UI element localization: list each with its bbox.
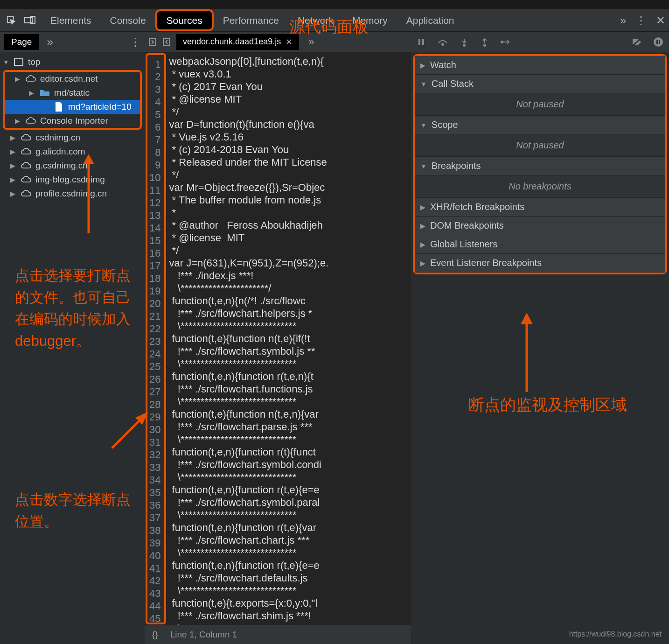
chevron-icon: ▶ <box>420 241 425 248</box>
debugger-controls <box>411 32 669 52</box>
cloud-icon <box>21 161 32 170</box>
annotation-right: 断点的监视及控制区域 <box>468 392 627 417</box>
svg-rect-15 <box>659 40 660 44</box>
svg-point-8 <box>442 43 444 45</box>
annotation-2: 点击数字选择断点位置。 <box>15 489 145 532</box>
step-icon[interactable] <box>501 37 512 47</box>
file-tab-name: vendor.chunk.daad1ea9.js <box>183 37 281 47</box>
chevron-icon: ▶ <box>420 203 425 211</box>
pause-exceptions-icon[interactable] <box>653 37 663 47</box>
nav-menu-icon[interactable]: ⋮ <box>130 35 141 49</box>
page-tab[interactable]: Page <box>4 34 39 50</box>
frame-icon <box>13 57 24 67</box>
tree-item[interactable]: ▶profile.csdnimg.cn <box>0 187 145 201</box>
tree-item[interactable]: ▶csdnimg.cn <box>0 131 145 145</box>
more-tabs-icon[interactable]: » <box>620 14 626 27</box>
format-icon[interactable]: {} <box>152 630 158 640</box>
chevron-icon: ▼ <box>420 121 427 129</box>
arrow-up2-icon <box>79 154 98 233</box>
folder-icon <box>39 88 50 98</box>
cloud-icon <box>25 116 36 126</box>
inspect-icon[interactable] <box>4 13 19 28</box>
tab-sources[interactable]: Sources <box>155 9 214 31</box>
cursor-position: Line 1, Column 1 <box>170 630 237 640</box>
svg-point-9 <box>463 44 465 46</box>
pane-xhr-fetch-breakpoints[interactable]: ▶XHR/fetch Breakpoints <box>415 198 665 217</box>
svg-rect-14 <box>656 40 658 44</box>
svg-rect-7 <box>422 39 424 45</box>
tree-item[interactable]: ▶editor.csdn.net <box>5 72 140 86</box>
step-out-icon[interactable] <box>480 37 489 47</box>
annotation-top: 源代码面板 <box>289 16 369 38</box>
chevron-icon: ▶ <box>420 259 425 267</box>
chevron-icon: ▼ <box>420 80 427 88</box>
cloud-icon <box>21 175 32 184</box>
pane-call-stack[interactable]: ▼Call Stack <box>415 75 665 93</box>
svg-rect-6 <box>418 39 420 45</box>
annotation-1: 点击选择要打断点的文件。也可自己在编码的时候加入debugger。 <box>15 265 136 352</box>
pane-scope[interactable]: ▼Scope <box>415 116 665 134</box>
tree-root[interactable]: ▼top <box>0 55 145 69</box>
svg-point-11 <box>501 41 503 43</box>
svg-point-13 <box>654 37 663 47</box>
pane-watch[interactable]: ▶Watch <box>415 56 665 75</box>
file-tree: ▼top▶editor.csdn.net▶md/staticmd?article… <box>0 52 145 203</box>
close-devtools-icon[interactable]: ✕ <box>656 14 665 27</box>
tree-item[interactable]: ▶md/static <box>5 86 140 100</box>
editor-panel: vendor.chunk.daad1ea9.js ✕ » 12345678910… <box>145 32 411 644</box>
step-over-icon[interactable] <box>437 37 448 47</box>
svg-rect-5 <box>163 39 170 45</box>
arrow-up-icon <box>515 313 538 392</box>
deactivate-bp-icon[interactable] <box>632 37 642 47</box>
close-tab-icon[interactable]: ✕ <box>286 37 293 47</box>
cloud-icon <box>25 74 36 84</box>
pane-dom-breakpoints[interactable]: ▶DOM Breakpoints <box>415 217 665 235</box>
status-bar: {} Line 1, Column 1 <box>145 625 411 644</box>
pane-breakpoints[interactable]: ▼Breakpoints <box>415 157 665 175</box>
file-tab[interactable]: vendor.chunk.daad1ea9.js ✕ <box>176 34 299 50</box>
cloud-icon <box>21 189 32 198</box>
pane-body: No breakpoints <box>415 175 665 198</box>
cloud-icon <box>21 133 32 142</box>
svg-rect-4 <box>149 39 156 45</box>
tree-item[interactable]: ▶g.alicdn.com <box>0 145 145 159</box>
svg-point-10 <box>484 44 486 46</box>
tree-item[interactable]: ▶img-blog.csdnimg <box>0 173 145 187</box>
step-into-icon[interactable] <box>460 37 469 47</box>
more-nav-icon[interactable]: » <box>47 35 53 49</box>
watermark: https://wudi98.blog.csdn.net <box>569 630 662 638</box>
settings-icon[interactable]: ⋮ <box>635 14 647 27</box>
tab-console[interactable]: Console <box>101 9 155 31</box>
chevron-icon: ▶ <box>420 222 425 230</box>
pause-icon[interactable] <box>417 37 426 47</box>
svg-rect-3 <box>14 59 23 65</box>
chevron-icon: ▶ <box>420 62 425 69</box>
chevron-icon: ▼ <box>420 162 427 170</box>
tab-elements[interactable]: Elements <box>41 9 101 31</box>
file-icon <box>53 102 64 112</box>
navigator-panel: Page » ⋮ ▼top▶editor.csdn.net▶md/staticm… <box>0 32 145 644</box>
debugger-panel: ▶Watch▼Call StackNot paused▼ScopeNot pau… <box>411 32 669 644</box>
tree-item[interactable]: md?articleId=10 <box>5 100 140 114</box>
nav-fwd-icon[interactable] <box>162 38 171 46</box>
tree-item[interactable]: ▶Console Importer <box>5 114 140 128</box>
line-gutter[interactable]: 1234567891011121314151617181920212223242… <box>146 53 166 624</box>
pane-global-listeners[interactable]: ▶Global Listeners <box>415 235 665 254</box>
device-icon[interactable] <box>22 13 37 28</box>
debugger-panes: ▶Watch▼Call StackNot paused▼ScopeNot pau… <box>413 54 667 274</box>
cloud-icon <box>21 147 32 156</box>
nav-back-icon[interactable] <box>148 38 157 46</box>
source-code[interactable]: webpackJsonp([0],[function(t,e,n){ * vue… <box>167 52 411 625</box>
pane-event-listener-breakpoints[interactable]: ▶Event Listener Breakpoints <box>415 254 665 273</box>
tab-performance[interactable]: Performance <box>214 9 288 31</box>
arrow-diag-icon <box>107 406 145 443</box>
pane-body: Not paused <box>415 93 665 116</box>
tree-item[interactable]: ▶g.csdnimg.cn <box>0 159 145 173</box>
tab-application[interactable]: Application <box>397 9 464 31</box>
pane-body: Not paused <box>415 134 665 157</box>
